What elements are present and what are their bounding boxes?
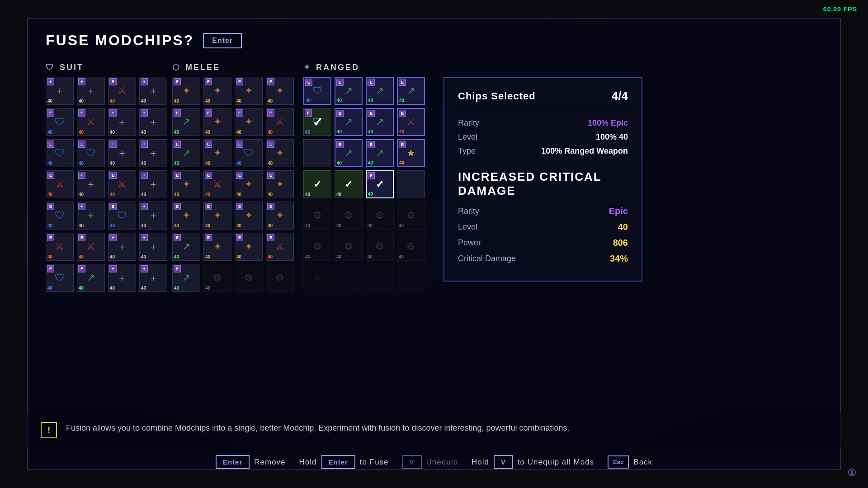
- chip[interactable]: ⚙: [303, 264, 331, 292]
- chip[interactable]: E✦40: [235, 233, 263, 261]
- enter-key-remove[interactable]: Enter: [216, 455, 250, 469]
- chip[interactable]: +＋40: [139, 233, 167, 261]
- chip[interactable]: E⚔40: [77, 108, 105, 136]
- chip[interactable]: E✦40: [235, 170, 263, 198]
- chip-checked[interactable]: ✓40: [335, 170, 363, 198]
- chip[interactable]: E↗40: [366, 77, 394, 105]
- chip[interactable]: E🛡40: [108, 202, 136, 230]
- chip[interactable]: E🛡40: [77, 139, 105, 167]
- chip[interactable]: E✦40: [235, 202, 263, 230]
- esc-key[interactable]: Esc: [608, 455, 629, 469]
- chip[interactable]: E✦40: [172, 170, 200, 198]
- chip[interactable]: E↗40: [397, 77, 425, 105]
- rarity-label: Rarity: [458, 118, 479, 128]
- chip[interactable]: E✦40: [266, 77, 294, 105]
- level-row: Level 100% 40: [458, 132, 628, 142]
- chip[interactable]: E✦40: [203, 233, 231, 261]
- chip[interactable]: E🛡40: [46, 108, 74, 136]
- chip[interactable]: +＋40: [108, 264, 136, 292]
- chip[interactable]: +＋40: [108, 233, 136, 261]
- hint-text: Fusion allows you to combine Modchips in…: [66, 422, 570, 434]
- chip[interactable]: +＋40: [139, 77, 167, 105]
- chip[interactable]: [335, 264, 363, 292]
- chip[interactable]: +＋40: [139, 108, 167, 136]
- chip[interactable]: E↗40: [335, 77, 363, 105]
- chip[interactable]: E✦40: [172, 77, 200, 105]
- chip[interactable]: E✦40: [266, 202, 294, 230]
- chip[interactable]: E⚔40: [46, 233, 74, 261]
- chip[interactable]: E✦40: [266, 170, 294, 198]
- chip[interactable]: ⚙40: [203, 264, 231, 292]
- chip[interactable]: E↗40: [77, 264, 105, 292]
- chip[interactable]: E⚔40: [46, 170, 74, 198]
- chip[interactable]: E⚔40: [108, 170, 136, 198]
- chip[interactable]: E✦40: [203, 139, 231, 167]
- chip[interactable]: E↗40: [172, 264, 200, 292]
- chip[interactable]: ⚙40: [397, 202, 425, 230]
- chip[interactable]: ⚙40: [366, 233, 394, 261]
- chip[interactable]: ⚙40: [366, 202, 394, 230]
- chip[interactable]: E⚔40: [108, 77, 136, 105]
- chip[interactable]: +＋40: [139, 264, 167, 292]
- level2-row: Level 40: [458, 222, 628, 232]
- control-remove: Enter Remove: [216, 455, 286, 469]
- chip[interactable]: E✦40: [203, 108, 231, 136]
- chip[interactable]: E↗40: [366, 108, 394, 136]
- chip[interactable]: +＋40: [77, 77, 105, 105]
- chip[interactable]: +＋40: [77, 170, 105, 198]
- chip[interactable]: E✦40: [235, 77, 263, 105]
- suit-section-header: 🛡 SUIT: [46, 62, 172, 72]
- chip-checked[interactable]: ✓40: [303, 170, 331, 198]
- chips-selected-value: 4/4: [612, 89, 628, 103]
- chip[interactable]: [303, 139, 331, 167]
- chip[interactable]: E↗40: [335, 139, 363, 167]
- v-key-unequip[interactable]: V: [402, 455, 422, 469]
- chip[interactable]: E🛡40: [46, 264, 74, 292]
- chip[interactable]: E★40: [397, 139, 425, 167]
- chip[interactable]: E✦40: [203, 77, 231, 105]
- chip[interactable]: +＋40: [108, 139, 136, 167]
- enter-button[interactable]: Enter: [203, 33, 242, 48]
- chip[interactable]: E⚔40: [266, 108, 294, 136]
- main-container: FUSE MODCHIPS? Enter 🛡 SUIT ⬡ MELEE ✦ RA…: [27, 18, 841, 470]
- chip[interactable]: ⚙: [266, 264, 294, 292]
- chip[interactable]: [397, 170, 425, 198]
- chip[interactable]: E✦40: [172, 202, 200, 230]
- chip-selected-active[interactable]: E↗40✓: [366, 170, 394, 198]
- chip[interactable]: E↗40: [172, 233, 200, 261]
- chip-checked[interactable]: E🛡40✓: [303, 108, 331, 136]
- enter-key-fuse[interactable]: Enter: [321, 455, 355, 469]
- hold-label: Hold: [299, 458, 317, 467]
- v-key-unequip-all[interactable]: V: [494, 455, 513, 469]
- chip[interactable]: E↗40: [366, 139, 394, 167]
- chip[interactable]: +＋40: [46, 77, 74, 105]
- chip[interactable]: +＋40: [108, 108, 136, 136]
- chip[interactable]: E↗40: [172, 108, 200, 136]
- chip[interactable]: +＋40: [139, 202, 167, 230]
- chip[interactable]: ⚙40: [335, 202, 363, 230]
- chip[interactable]: [397, 264, 425, 292]
- chip[interactable]: E✦40: [235, 108, 263, 136]
- chip[interactable]: +＋40: [139, 170, 167, 198]
- chip[interactable]: +＋40: [77, 202, 105, 230]
- chip[interactable]: E⚔40: [397, 108, 425, 136]
- chip[interactable]: E⚔40: [266, 233, 294, 261]
- chip[interactable]: E↗40: [172, 139, 200, 167]
- chip[interactable]: [366, 264, 394, 292]
- chip[interactable]: E🛡40: [303, 77, 331, 105]
- chip[interactable]: E⚔40: [203, 170, 231, 198]
- chip[interactable]: E⚔40: [77, 233, 105, 261]
- controls-bar: Enter Remove Hold Enter to Fuse V Unequi…: [27, 455, 841, 469]
- chip[interactable]: ⚙40: [335, 233, 363, 261]
- chip[interactable]: +＋40: [139, 139, 167, 167]
- chip[interactable]: ⚙40: [303, 233, 331, 261]
- chip[interactable]: E🛡40: [46, 139, 74, 167]
- chip[interactable]: ⚙: [235, 264, 263, 292]
- chip[interactable]: E🛡40: [235, 139, 263, 167]
- chip[interactable]: E✦40: [266, 139, 294, 167]
- chip[interactable]: E🛡40: [46, 202, 74, 230]
- chip[interactable]: E✦40: [203, 202, 231, 230]
- chip[interactable]: ⚙40: [303, 202, 331, 230]
- chip[interactable]: E↗40: [335, 108, 363, 136]
- chip[interactable]: ⚙40: [397, 233, 425, 261]
